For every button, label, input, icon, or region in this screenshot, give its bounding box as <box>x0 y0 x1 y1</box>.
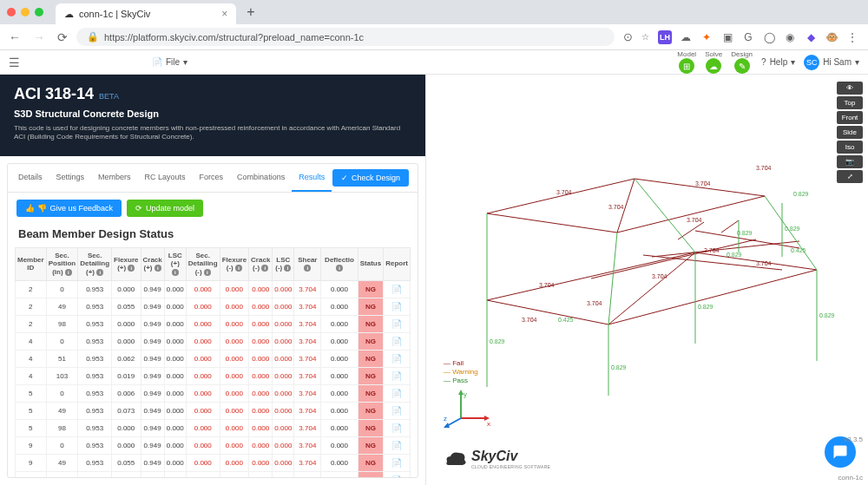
ext-icon-4[interactable]: G <box>741 30 755 44</box>
ext-icon-7[interactable]: ◆ <box>804 30 818 44</box>
new-tab-button[interactable]: + <box>247 4 254 20</box>
version-label: v3.3.5 <box>844 436 863 443</box>
window-min-dot[interactable] <box>21 8 30 16</box>
svg-text:3.704: 3.704 <box>608 204 624 210</box>
ext-icon-6[interactable]: ◉ <box>783 30 797 44</box>
tab-rc-layouts[interactable]: RC Layouts <box>138 164 193 192</box>
check-design-button[interactable]: ✓Check Design <box>332 169 409 187</box>
col-header[interactable]: LSC(+) i <box>164 247 186 280</box>
view-tool-side[interactable]: Side <box>837 126 863 139</box>
tab-details[interactable]: Details <box>11 164 49 192</box>
feedback-button[interactable]: 👍 👎Give us Feedback <box>16 200 122 217</box>
address-bar[interactable]: 🔒 https://platform.skyciv.com/structural… <box>76 28 615 46</box>
code-header: ACI 318-14BETA S3D Structural Concrete D… <box>0 75 425 156</box>
ext-icon-8[interactable]: 🐵 <box>825 30 838 44</box>
view-tool-top[interactable]: Top <box>837 96 863 109</box>
chevron-down-icon: ▾ <box>855 57 859 67</box>
report-icon[interactable]: 📄 <box>384 280 411 298</box>
update-model-button[interactable]: ⟳Update model <box>127 200 203 217</box>
lock-icon: 🔒 <box>87 31 99 43</box>
url-text: https://platform.skyciv.com/structural?p… <box>104 32 364 43</box>
svg-text:y: y <box>464 390 467 398</box>
ext-icon-2[interactable]: ✦ <box>700 30 713 44</box>
solve-button[interactable]: Solve☁ <box>705 50 722 74</box>
beta-badge: BETA <box>99 92 119 101</box>
report-icon[interactable]: 📄 <box>384 402 411 419</box>
results-table-container[interactable]: MemberIDSec.Position(in) iSec.Detailing(… <box>8 247 418 477</box>
bookmark-star-icon[interactable]: ☆ <box>641 32 649 42</box>
report-icon[interactable]: 📄 <box>384 419 411 436</box>
tab-settings[interactable]: Settings <box>49 164 92 192</box>
model-button[interactable]: Model⊞ <box>677 50 696 74</box>
col-header[interactable]: Sec.Position(in) i <box>46 247 78 280</box>
col-header[interactable]: Status <box>358 247 383 280</box>
skyciv-logo: SkyCivCLOUD ENGINEERING SOFTWARE <box>444 449 550 469</box>
reload-button[interactable]: ⟳ <box>57 30 68 44</box>
col-header[interactable]: Crack(+) i <box>141 247 164 280</box>
tab-results[interactable]: Results <box>292 164 332 192</box>
report-icon[interactable]: 📄 <box>384 367 411 384</box>
col-header[interactable]: Shear i <box>294 247 321 280</box>
report-icon[interactable]: 📄 <box>384 454 411 471</box>
avatar: SC <box>804 55 819 70</box>
ext-icon-5[interactable]: ◯ <box>762 30 776 44</box>
status-badge: NG <box>358 332 383 350</box>
col-header[interactable]: Sec.Detailing(-) i <box>186 247 220 280</box>
file-menu[interactable]: 📄 File ▾ <box>152 57 187 67</box>
col-header[interactable]: Flexure(-) i <box>220 247 248 280</box>
report-icon[interactable]: 📄 <box>384 315 411 332</box>
help-button[interactable]: ?Help▾ <box>761 57 795 67</box>
col-header[interactable]: Crack(-) i <box>249 247 273 280</box>
report-icon[interactable]: 📄 <box>384 298 411 315</box>
view-tool-👁[interactable]: 👁 <box>837 82 863 95</box>
col-header[interactable]: LSC(-) i <box>273 247 294 280</box>
col-header[interactable]: MemberID <box>16 247 47 280</box>
window-close-dot[interactable] <box>7 8 16 16</box>
svg-text:0.829: 0.829 <box>611 364 627 370</box>
ext-icon-3[interactable]: ▣ <box>720 30 734 44</box>
browser-menu-icon[interactable]: ⋮ <box>845 30 859 44</box>
tab-combinations[interactable]: Combinations <box>230 164 292 192</box>
ext-icon-1[interactable]: ☁ <box>679 30 693 44</box>
chevron-down-icon: ▾ <box>791 57 795 67</box>
results-table: MemberIDSec.Position(in) iSec.Detailing(… <box>15 247 411 477</box>
col-header[interactable]: Report <box>384 247 411 280</box>
search-icon[interactable]: ⊙ <box>623 30 633 43</box>
filename-label: conn-1c <box>838 474 863 482</box>
report-icon[interactable]: 📄 <box>384 332 411 350</box>
svg-text:3.704: 3.704 <box>756 165 772 171</box>
code-subtitle: S3D Structural Concrete Design <box>14 108 411 119</box>
svg-text:3.704: 3.704 <box>687 217 702 223</box>
refresh-icon: ⟳ <box>135 204 142 213</box>
menu-icon[interactable]: ☰ <box>9 56 20 69</box>
forward-button[interactable]: → <box>33 30 45 44</box>
col-header[interactable]: Sec.Detailing(+) i <box>78 247 112 280</box>
status-badge: NG <box>358 419 383 436</box>
col-header[interactable]: Flexure(+) i <box>112 247 141 280</box>
browser-tab[interactable]: ☁ conn-1c | SkyCiv × <box>56 3 236 24</box>
col-header[interactable]: Deflectio i <box>321 247 358 280</box>
3d-viewport[interactable]: 3.704 3.704 3.704 3.704 3.704 3.704 3.70… <box>425 75 868 485</box>
tab-close-icon[interactable]: × <box>221 8 227 20</box>
svg-text:0.829: 0.829 <box>819 312 835 318</box>
user-menu[interactable]: SCHi Sam▾ <box>804 55 859 70</box>
tab-members[interactable]: Members <box>91 164 138 192</box>
view-tool-⤢[interactable]: ⤢ <box>837 170 863 183</box>
legend: — Fail — Warning — Pass <box>444 359 478 385</box>
report-icon[interactable]: 📄 <box>384 384 411 402</box>
report-icon[interactable]: 📄 <box>384 471 411 477</box>
tab-forces[interactable]: Forces <box>193 164 231 192</box>
svg-text:0.829: 0.829 <box>698 304 713 310</box>
ext-lh[interactable]: LH <box>658 30 672 44</box>
svg-text:0.829: 0.829 <box>785 226 800 232</box>
window-max-dot[interactable] <box>35 8 43 16</box>
view-tool-iso[interactable]: Iso <box>837 141 863 154</box>
report-icon[interactable]: 📄 <box>384 436 411 454</box>
status-badge: NG <box>358 350 383 367</box>
back-button[interactable]: ← <box>9 30 21 44</box>
design-button[interactable]: Design✎ <box>731 50 753 74</box>
report-icon[interactable]: 📄 <box>384 350 411 367</box>
view-tool-📷[interactable]: 📷 <box>837 155 863 168</box>
view-tool-front[interactable]: Front <box>837 111 863 124</box>
status-badge: NG <box>358 402 383 419</box>
